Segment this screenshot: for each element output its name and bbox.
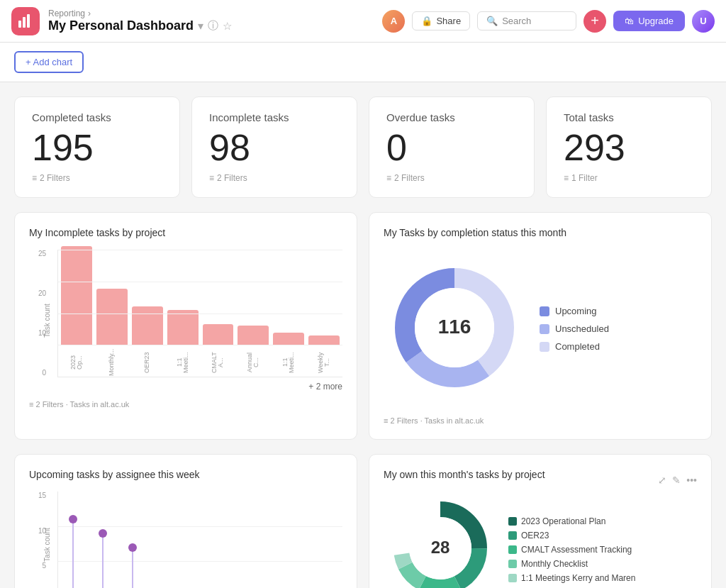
legend-dot-2 [508,545,517,554]
legend-item-2: CMALT Assessment Tracking [508,545,635,555]
bar-col-3[interactable]: 1:1 Meeti... [167,310,199,377]
bar-col-0[interactable]: 2023 Op... [61,246,92,377]
bar-col-5[interactable]: Annual C... [238,326,269,377]
bar-0 [61,246,92,345]
lollipop-dot-2 [128,543,137,552]
stat-label-overdue: Overdue tasks [386,111,517,123]
project-donut-wrapper: 28 [384,492,497,588]
lollipop-dot-1 [99,529,107,538]
info-icon[interactable]: ⓘ [208,19,218,33]
title-chevron[interactable]: ▾ [198,19,203,33]
more-icon[interactable]: ••• [686,475,697,486]
stat-card-incomplete: Incomplete tasks 98 ≡ 2 Filters [191,96,357,198]
bar-col-6[interactable]: 1:1 Meeti... [273,333,304,377]
reporting-link[interactable]: Reporting [48,9,85,18]
svg-rect-2 [27,14,30,28]
bar-label-2: OER23 [144,348,150,377]
lollipop-chart-title: Upcoming tasks by assignee this week [29,469,342,480]
breadcrumb-separator: › [88,9,91,18]
bar-chart-footer: ≡ 2 Filters · Tasks in alt.ac.uk [29,400,342,409]
page-title: My Personal Dashboard [48,18,194,33]
donut-area: 116 Upcoming Unscheduled Completed [384,250,697,408]
legend-upcoming: Upcoming [540,306,609,316]
toolbar: + Add chart [0,43,726,82]
donut-chart-footer: ≡ 2 Filters · Tasks in alt.ac.uk [384,416,697,425]
stat-value-total: 293 [564,129,694,166]
star-icon[interactable]: ☆ [223,20,232,33]
project-legend: 2023 Operational Plan OER23 CMALT Assess… [508,516,635,583]
bar-label-4: CMALT A... [211,348,224,377]
legend-completed: Completed [540,341,609,352]
legend-item-1: OER23 [508,531,635,540]
bar-3 [167,310,199,345]
share-button[interactable]: 🔒 Share [412,11,470,30]
project-chart-header: My own this month's tasks by project ⤢ ✎… [384,469,697,492]
legend-item-4: 1:1 Meetings Kerry and Maren [508,573,635,583]
add-chart-button[interactable]: + Add chart [14,51,84,73]
main-content: Completed tasks 195 ≡ 2 Filters Incomple… [0,82,726,588]
upcoming-dot [540,306,549,316]
bar-label-0: 2023 Op... [70,348,83,377]
upgrade-button[interactable]: 🛍 Upgrade [613,11,685,31]
search-box[interactable]: 🔍 Search [477,11,576,30]
bar-chart-title: My Incomplete tasks by project [29,227,342,238]
stat-filter-overdue[interactable]: ≡ 2 Filters [386,173,517,183]
stat-filter-completed[interactable]: ≡ 2 Filters [32,173,162,183]
plus-button[interactable]: + [583,10,606,33]
header-right: A 🔒 Share 🔍 Search + 🛍 Upgrade U [382,10,715,33]
user-avatar[interactable]: U [692,10,715,33]
bar-col-7[interactable]: Weekly T... [308,335,340,377]
lollipop-y-top: 15 [38,492,46,499]
stat-card-total: Total tasks 293 ≡ 1 Filter [546,96,712,198]
more-link[interactable]: + 2 more [57,382,342,392]
bar-7 [308,335,340,345]
stat-value-completed: 195 [32,129,162,166]
stat-label-incomplete: Incomplete tasks [209,111,340,123]
project-donut-svg: 28 [384,492,497,588]
lollipop-dot-0 [69,515,77,523]
stat-label-total: Total tasks [564,111,694,123]
filter-icon-3: ≡ [386,173,391,183]
legend-dot-4 [508,574,517,582]
stat-value-overdue: 0 [386,129,517,166]
stat-filter-incomplete[interactable]: ≡ 2 Filters [209,173,340,183]
header: Reporting › My Personal Dashboard ▾ ⓘ ☆ … [0,0,726,43]
legend-unscheduled: Unscheduled [540,323,609,334]
project-chart-title: My own this month's tasks by project [384,469,545,480]
lollipop-stick-0 [72,519,74,588]
expand-icon[interactable]: ⤢ [658,475,666,486]
legend-dot-1 [508,531,517,540]
stat-card-completed: Completed tasks 195 ≡ 2 Filters [14,96,180,198]
legend-item-3: Monthly Checklist [508,559,635,569]
y-label-mid: 20 [38,289,46,297]
legend-item-0: 2023 Operational Plan [508,516,635,526]
bar-label-7: Weekly T... [318,348,330,377]
filter-icon: ≡ [32,173,37,183]
bar-col-2[interactable]: OER23 [132,306,163,377]
bar-label-3: 1:1 Meeti... [177,348,189,377]
edit-icon[interactable]: ✎ [672,475,681,486]
bar-2 [132,306,163,345]
bar-col-1[interactable]: Monthly... [96,289,128,377]
lollipop-stick-1 [102,533,104,588]
lollipop-col-2 [132,548,133,588]
stat-value-incomplete: 98 [209,129,340,166]
donut-svg: 116 [384,257,525,399]
bar-chart-card: My Incomplete tasks by project Task coun… [14,212,357,440]
bar-4 [203,324,234,345]
legend-dot-3 [508,560,517,568]
stat-filter-total[interactable]: ≡ 1 Filter [564,173,694,183]
donut-chart-card: My Tasks by completion status this month… [369,212,712,440]
bar-label-1: Monthly... [108,348,115,377]
filter-icon-4: ≡ [564,173,569,183]
svg-rect-1 [23,17,26,28]
filter-icon-2: ≡ [209,173,214,183]
breadcrumb: Reporting › My Personal Dashboard ▾ ⓘ ☆ [48,9,232,33]
charts-row: My Incomplete tasks by project Task coun… [14,212,712,440]
avatar[interactable]: A [382,10,405,33]
lollipop-y-5: 5 [38,562,46,570]
bar-col-4[interactable]: CMALT A... [203,324,234,377]
donut-svg-wrapper: 116 [384,257,525,401]
stats-row: Completed tasks 195 ≡ 2 Filters Incomple… [14,96,712,198]
donut-chart-title: My Tasks by completion status this month [384,227,697,238]
